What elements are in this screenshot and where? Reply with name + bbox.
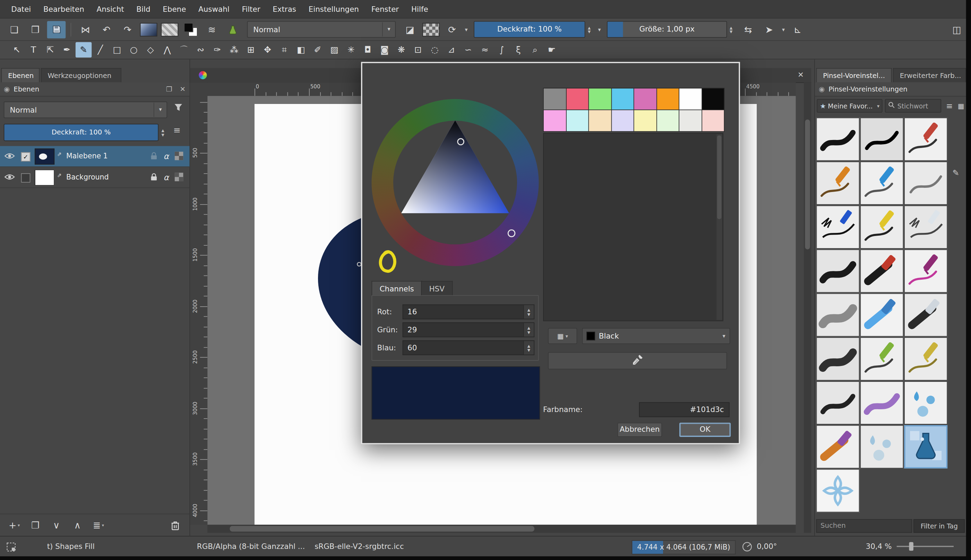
cancel-button[interactable]: Abbrechen [617,423,662,437]
opacity-spinner[interactable]: ▲▼ [585,26,593,33]
brush-preset-marker-pink[interactable] [904,250,948,293]
magnetic-selection-tool[interactable]: ξ [510,42,526,58]
brush-preset-sketch-pen[interactable] [904,205,948,249]
layer-checkbox[interactable] [21,173,30,183]
delete-layer-button[interactable] [165,517,186,533]
docker-collapse-icon[interactable]: ◉ [815,85,829,93]
mirror-view-button[interactable]: ⋈ [76,21,95,38]
layer-blend-mode-select[interactable]: Normal ▾ [4,102,167,118]
dynamic-brush-tool[interactable]: ✑ [209,42,226,58]
keyword-search-field[interactable]: Stichwort [885,99,941,113]
channel-spinbox[interactable]: 60▲▼ [403,340,535,355]
menu-ansicht[interactable]: Ansicht [90,0,130,18]
horizontal-mirror-button[interactable]: ⇆ [739,21,757,38]
bezier-curve-tool[interactable]: ⌒ [176,42,192,58]
dialog-tab-channels[interactable]: Channels [371,281,422,296]
move-tool[interactable]: ✥ [259,42,275,58]
wrap-around-button[interactable]: ➤ [760,21,779,38]
opacity-dropdown[interactable]: ▾ [596,26,603,33]
palette-swatch[interactable] [544,110,566,131]
layer-lock-icon[interactable] [150,152,157,162]
document-close-icon[interactable]: ✕ [797,68,804,82]
layer-visibility-icon[interactable] [5,173,15,183]
layer-checkbox[interactable]: ✓ [21,152,30,162]
palette-swatch[interactable] [634,110,656,131]
reload-preset-button[interactable]: ⟳ [443,21,461,38]
palette-swatch[interactable] [657,88,679,110]
bezier-selection-tool[interactable]: ∫ [493,42,510,58]
menu-auswahl[interactable]: Auswahl [192,0,236,18]
palette-swatch[interactable] [679,88,701,110]
trim-to-image-button[interactable]: ⊾ [788,21,807,38]
freehand-selection-tool[interactable]: ∽ [460,42,476,58]
rectangular-selection-tool[interactable]: ⊡ [410,42,426,58]
canvas-angle-value[interactable]: 0,00° [757,537,777,557]
channel-spinbox[interactable]: 16▲▼ [403,305,535,320]
brush-preset-pencil-blue[interactable] [860,162,903,205]
select-shapes-tool[interactable]: ↖ [9,42,25,58]
transform-tool[interactable]: ⊞ [243,42,259,58]
blending-mode-select[interactable]: Normal▾ [247,21,396,38]
right-docker-tab-erweiterter-farb[interactable]: Erweiterter Farb... [893,68,966,82]
layer-inherit-alpha-icon[interactable] [175,173,184,183]
palette-swatch[interactable] [589,88,611,110]
palette-swatch[interactable] [702,88,724,110]
layer-visibility-icon[interactable] [5,152,15,162]
crop-tool[interactable]: ⌗ [276,42,292,58]
menu-filter[interactable]: Filter [236,0,267,18]
size-slider[interactable]: Größe: 1,00 px [607,21,727,38]
line-tool[interactable]: ╱ [92,42,108,58]
layer-properties-button[interactable]: ≣▾ [88,517,109,533]
selection-mode-icon[interactable] [6,542,16,554]
color-name-input[interactable]: #101d3c [639,402,730,417]
ellipse-tool[interactable]: ○ [126,42,142,58]
horizontal-scrollbar[interactable] [207,525,796,533]
edit-shapes-tool[interactable]: ⇱ [42,42,58,58]
multibrush-tool[interactable]: ⁂ [226,42,242,58]
save-button[interactable] [47,21,66,38]
size-spinner[interactable]: ▲▼ [727,26,735,33]
toggle-dockers-button[interactable]: ◫ [948,21,966,38]
palette-swatch[interactable] [589,110,611,131]
menu-einstellungen[interactable]: Einstellungen [302,0,365,18]
preserve-alpha-button[interactable] [422,21,440,38]
brush-preset-pencil-soft[interactable] [904,162,948,205]
brush-preset-ink-brush[interactable] [816,117,860,161]
brush-preset-airbrush-soft[interactable] [816,293,860,337]
palette-swatch[interactable] [612,88,633,110]
palette-swatch[interactable] [566,110,588,131]
filter-by-tag-button[interactable]: Filter in Tag [914,519,965,533]
vertical-ruler[interactable]: 5001000150020002500300035004000 [190,96,208,525]
palette-swatch[interactable] [634,88,656,110]
vertical-scrollbar[interactable] [804,82,811,533]
colorspace-label[interactable]: RGB/Alpha (8-bit Ganzzahl ... [197,537,305,557]
move-layer-up-button[interactable]: ∧ [67,517,88,533]
opacity-slider[interactable]: Deckkraft: 100 % [474,21,585,38]
brush-preset-fountain-pen[interactable] [816,205,860,249]
palette-scrollbar-handle[interactable] [717,135,722,219]
gradient-chooser[interactable] [139,21,158,38]
brush-preset-blender-purple[interactable] [860,381,903,425]
undo-button[interactable]: ↶ [97,21,116,38]
vertical-scrollbar-handle[interactable] [805,120,810,250]
pattern-edit-tool[interactable]: ▨ [326,42,342,58]
brush-preset-water-wash[interactable] [860,425,903,468]
screen-color-picker-button[interactable] [548,352,727,369]
menu-bild[interactable]: Bild [130,0,156,18]
similar-color-selection-tool[interactable]: ≈ [477,42,493,58]
color-sampler-tool[interactable]: ✐ [310,42,326,58]
layer-lock-icon[interactable] [150,173,157,183]
new-document-button[interactable]: ❏ [5,21,23,38]
menu-hilfe[interactable]: Hilfe [405,0,434,18]
menu-extras[interactable]: Extras [266,0,302,18]
spinbox-arrows[interactable]: ▲▼ [523,305,534,318]
palette-swatch[interactable] [544,88,566,110]
enclose-fill-tool[interactable]: ◙ [377,42,393,58]
calligraphy-tool[interactable]: ✒ [59,42,75,58]
gradient-tool[interactable]: ◧ [293,42,309,58]
move-layer-down-button[interactable]: ∨ [46,517,67,533]
saturation-value-triangle[interactable] [371,99,538,266]
brush-preset-water-drops[interactable] [904,381,948,425]
left-docker-tab-werkzeugoptionen[interactable]: Werkzeugoptionen [41,68,121,82]
redo-button[interactable]: ↷ [118,21,137,38]
